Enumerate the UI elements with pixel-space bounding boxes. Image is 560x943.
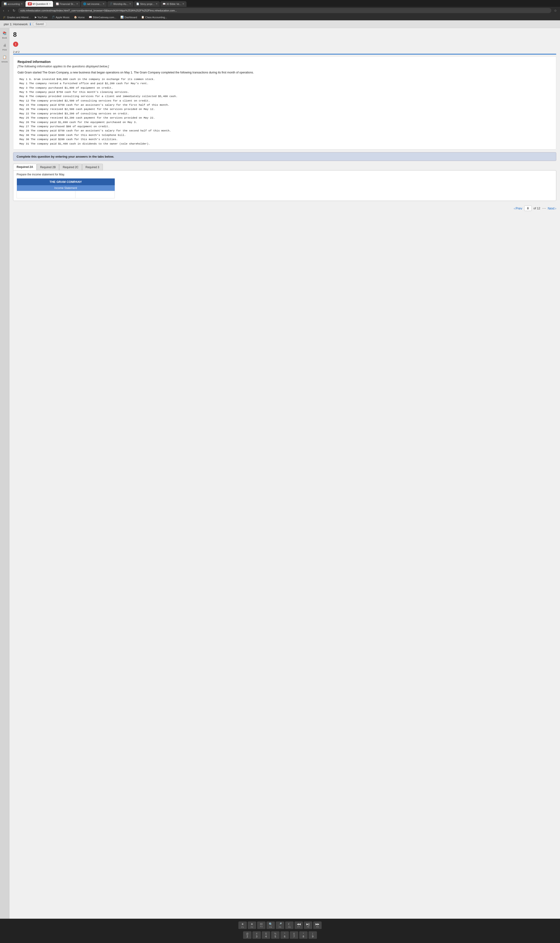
tab-accounting[interactable]: 📊 accounting ✕ xyxy=(2,1,25,7)
tab-question8-icon: M xyxy=(28,2,32,5)
key-f5[interactable]: 🎤 F5 xyxy=(276,921,284,929)
reload-button[interactable]: ↻ xyxy=(11,8,17,13)
key-8[interactable]: * 8 xyxy=(299,931,308,939)
browser-chrome: 📊 accounting ✕ M M Question 8 ✕ 📈 Financ… xyxy=(0,0,560,20)
bookmark-class-accounting[interactable]: 📋 Class Accounting... xyxy=(140,15,168,19)
key-f2[interactable]: ☀ F2 xyxy=(248,921,256,929)
key-f8[interactable]: ▶‖ F8 xyxy=(304,921,312,929)
tab-strey-label: Strey proje... xyxy=(140,3,154,5)
bookmark-dashboard[interactable]: 📊 Dashboard xyxy=(119,15,138,19)
tab-netincome-icon: 🌐 xyxy=(83,3,86,5)
complete-question-box: Complete this question by entering your … xyxy=(13,152,556,161)
bookmark-youtube[interactable]: ▶ YouTube xyxy=(34,15,49,19)
tab-question8-close[interactable]: ✕ xyxy=(49,3,51,5)
required-info-title: Required information xyxy=(17,60,552,64)
transaction-6: May 12 The company provided $2,500 of co… xyxy=(19,99,552,103)
bookmark-youtube-icon: ▶ xyxy=(35,16,37,19)
sidebar-item-references[interactable]: 📋 rences xyxy=(2,54,8,63)
key-5[interactable]: % 5 xyxy=(271,931,280,939)
key-f3[interactable]: 80 F3 xyxy=(257,921,266,929)
key-4[interactable]: $ 4 xyxy=(262,931,270,939)
key-f9[interactable]: ▶▶ F9 xyxy=(313,921,322,929)
income-statement-title: Income Statement xyxy=(17,185,115,191)
bookmarks-bar: 🎓 Grades and Attend... ▶ YouTube 🎵 Apple… xyxy=(0,14,560,20)
pagination-row: ‹ Prev of 12 ⋯ Next › xyxy=(13,204,556,213)
tab-required-3[interactable]: Required 3 xyxy=(82,164,103,170)
transaction-16: May 31 The company paid $1,400 cash in d… xyxy=(19,142,552,146)
key-f7[interactable]: ◀◀ F7 xyxy=(294,921,303,929)
info-icon: ℹ xyxy=(30,22,31,26)
key-2[interactable]: @ 2 xyxy=(243,931,251,939)
transaction-13: May 28 The company paid $750 cash for an… xyxy=(19,129,552,133)
tab-financial-label: Financial St... xyxy=(60,3,75,5)
key-f1[interactable]: ☀ F1 xyxy=(238,921,247,929)
key-f6[interactable]: ☾ F6 xyxy=(285,921,294,929)
tabs-row: Required 2A Required 2B Required 2C Requ… xyxy=(13,164,556,170)
tab-required-2b[interactable]: Required 2B xyxy=(37,164,59,170)
tab-required-2a[interactable]: Required 2A xyxy=(13,164,37,170)
tab-bible[interactable]: 📖 30 Bible Ve... ✕ xyxy=(160,1,187,7)
tab-strey[interactable]: 📄 Strey proje... ✕ xyxy=(134,1,160,7)
tab-question8[interactable]: M M Question 8 ✕ xyxy=(26,1,53,7)
back-button[interactable]: ‹ xyxy=(2,8,5,13)
tab-financial[interactable]: 📈 Financial St... ✕ xyxy=(54,1,80,7)
question-area: 8 ! 2 of 2 Required information [The fol… xyxy=(9,28,560,919)
keyboard-number-row: @ 2 # 3 $ 4 % 5 ^ 6 & 7 * 8 ( 9 xyxy=(2,931,558,939)
sidebar-references-label: rences xyxy=(2,61,8,63)
income-statement-row-empty xyxy=(17,191,115,198)
transaction-8: May 20 The company received $2,500 cash … xyxy=(19,107,552,111)
transaction-11: May 26 The company paid $1,890 cash for … xyxy=(19,120,552,125)
tab-bible-close[interactable]: ✕ xyxy=(182,3,184,5)
bookmark-bible-gateway[interactable]: 📖 BibleGateway.com... xyxy=(88,15,117,19)
progress-bar xyxy=(13,54,556,54)
key-f4[interactable]: 🔍 F4 xyxy=(266,921,275,929)
transaction-10: May 25 The company received $3,200 cash … xyxy=(19,116,552,120)
bookmark-dashboard-icon: 📊 xyxy=(120,16,124,19)
transaction-4: May 5 The company paid $750 cash for thi… xyxy=(19,90,552,94)
tab-netincome-close[interactable]: ✕ xyxy=(103,3,105,5)
tab-financial-close[interactable]: ✕ xyxy=(76,3,78,5)
bookmark-grades[interactable]: 🎓 Grades and Attend... xyxy=(2,15,32,19)
next-button[interactable]: Next › xyxy=(548,206,556,210)
prev-button[interactable]: ‹ Prev xyxy=(514,206,522,210)
next-chevron-icon: › xyxy=(555,206,556,210)
tab-worship[interactable]: 🎵 Worship As... ✕ xyxy=(107,1,134,7)
bookmark-star-icon[interactable]: ☆ xyxy=(553,8,558,13)
income-statement-value-1[interactable] xyxy=(77,193,113,196)
transaction-5: May 8 The company provided consulting se… xyxy=(19,94,552,99)
tab-accounting-close[interactable]: ✕ xyxy=(21,3,23,5)
tab-worship-close[interactable]: ✕ xyxy=(129,3,131,5)
bookmark-apple-music[interactable]: 🎵 Apple Music xyxy=(51,15,71,19)
tab-strey-close[interactable]: ✕ xyxy=(155,3,157,5)
address-input[interactable] xyxy=(18,8,551,13)
tab-netincome-label: net income... xyxy=(87,3,102,5)
required-info-body: Gabi Gram started The Gram Company, a ne… xyxy=(17,70,552,75)
forward-button[interactable]: › xyxy=(7,8,10,13)
tab-content-area: Prepare the income statement for May. TH… xyxy=(13,170,556,201)
page-header: pter 1: Homework ℹ Saved xyxy=(0,20,560,28)
transaction-14: May 30 The company paid $300 cash for th… xyxy=(19,133,552,137)
bookmark-home-icon: 🏠 xyxy=(74,16,77,19)
sidebar-item-print[interactable]: 🖨 Print xyxy=(2,42,8,51)
required-info-subtitle: [The following information applies to th… xyxy=(17,65,552,68)
tab-required-2c[interactable]: Required 2C xyxy=(59,164,82,170)
page-title: pter 1: Homework xyxy=(4,22,28,26)
complete-question-label: Complete this question by entering your … xyxy=(17,155,114,158)
key-3[interactable]: # 3 xyxy=(252,931,261,939)
sidebar: 📚 Book 🖨 Print 📋 rences xyxy=(0,28,9,919)
key-6[interactable]: ^ 6 xyxy=(280,931,289,939)
tab-bible-icon: 📖 xyxy=(163,3,166,5)
bookmark-home[interactable]: 🏠 Home xyxy=(73,15,86,19)
page-number-input[interactable] xyxy=(524,206,532,211)
key-9[interactable]: ( 9 xyxy=(309,931,317,939)
key-7[interactable]: & 7 xyxy=(290,931,298,939)
transaction-2: May 1 The company rented a furnished off… xyxy=(19,82,552,86)
income-statement-input-1[interactable] xyxy=(19,193,73,196)
tab-strey-icon: 📄 xyxy=(136,3,139,5)
bookmark-bible-gateway-icon: 📖 xyxy=(89,16,92,19)
sidebar-item-book[interactable]: 📚 Book xyxy=(2,30,8,39)
grid-view-icon[interactable]: ⋯ xyxy=(542,206,546,211)
keyboard-fn-row: ☀ F1 ☀ F2 80 F3 🔍 F4 🎤 F5 ☾ F6 ◀◀ F7 ▶‖ xyxy=(2,921,558,929)
tab-accounting-icon: 📊 xyxy=(4,3,6,5)
tab-netincome[interactable]: 🌐 net income... ✕ xyxy=(81,1,107,7)
